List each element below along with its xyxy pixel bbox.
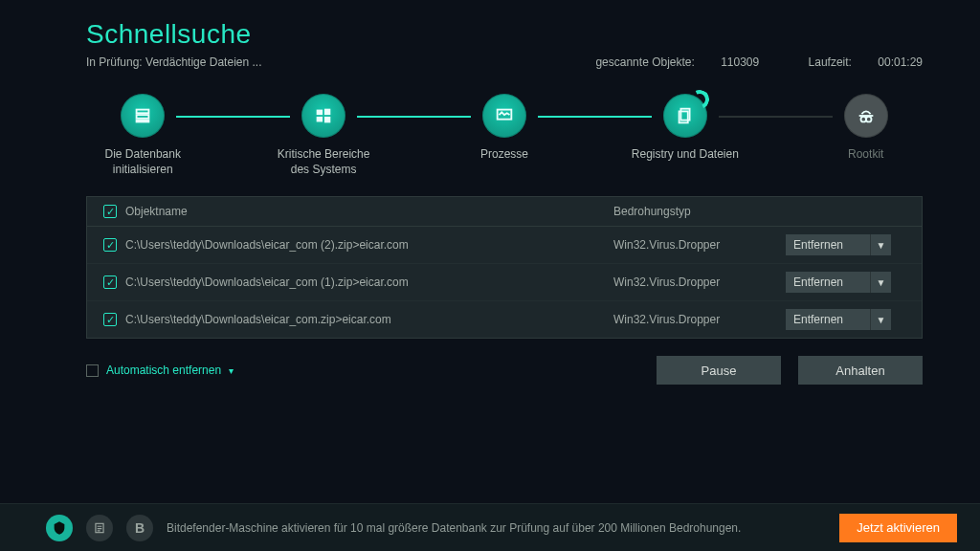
- svg-rect-0: [137, 110, 149, 114]
- activate-button[interactable]: Jetzt aktivieren: [839, 514, 957, 542]
- step-database: Die Datenbank initialisieren: [86, 94, 199, 177]
- threat-path: C:\Users\teddy\Downloads\eicar_com (1).z…: [122, 276, 613, 289]
- row-checkbox[interactable]: [103, 238, 117, 252]
- action-label: Entfernen: [786, 234, 870, 255]
- chevron-down-icon: ▾: [229, 365, 234, 376]
- step-processes: Prozesse: [448, 94, 561, 163]
- table-row: C:\Users\teddy\Downloads\eicar_com (2).z…: [87, 227, 922, 264]
- select-all-checkbox[interactable]: [103, 205, 117, 218]
- auto-remove-toggle[interactable]: Automatisch entfernen ▾: [86, 364, 234, 377]
- promo-bar: B Bitdefender-Maschine aktivieren für 10…: [0, 503, 980, 551]
- pause-button[interactable]: Pause: [657, 356, 781, 385]
- step-rootkit: Rootkit: [810, 94, 923, 163]
- step-label: Registry und Dateien: [632, 147, 739, 163]
- log-icon[interactable]: [86, 515, 113, 541]
- files-icon: [663, 94, 707, 138]
- action-dropdown[interactable]: Entfernen ▼: [786, 309, 891, 330]
- database-icon: [121, 94, 165, 138]
- svg-rect-1: [137, 115, 149, 119]
- incognito-icon: [844, 94, 888, 138]
- threat-type: Win32.Virus.Dropper: [613, 313, 786, 326]
- scan-progress: Die Datenbank initialisieren Kritische B…: [86, 94, 923, 177]
- scan-status-prefix: In Prüfung:: [86, 55, 143, 69]
- step-label: Die Datenbank initialisieren: [86, 147, 199, 177]
- action-dropdown[interactable]: Entfernen ▼: [786, 272, 891, 293]
- table-row: C:\Users\teddy\Downloads\eicar_com.zip>e…: [87, 301, 922, 338]
- scan-status: In Prüfung: Verdächtige Dateien ...: [86, 55, 261, 69]
- svg-rect-6: [324, 117, 330, 122]
- scan-status-item: Verdächtige Dateien ...: [145, 55, 261, 69]
- auto-remove-label: Automatisch entfernen: [106, 364, 221, 377]
- step-registry: Registry und Dateien: [629, 94, 742, 163]
- threat-type: Win32.Virus.Dropper: [613, 276, 786, 289]
- chevron-down-icon: ▼: [870, 272, 891, 293]
- step-label: Prozesse: [480, 147, 528, 163]
- shield-icon[interactable]: [46, 515, 73, 541]
- step-system: Kritische Bereiche des Systems: [267, 94, 380, 177]
- threat-path: C:\Users\teddy\Downloads\eicar_com.zip>e…: [122, 313, 613, 326]
- row-checkbox[interactable]: [103, 276, 117, 289]
- scanned-value: 110309: [721, 55, 759, 69]
- monitor-icon: [482, 94, 526, 138]
- runtime-value: 00:01:29: [878, 55, 923, 69]
- step-label: Kritische Bereiche des Systems: [267, 147, 380, 177]
- chevron-down-icon: ▼: [870, 309, 891, 330]
- promo-text: Bitdefender-Maschine aktivieren für 10 m…: [167, 521, 826, 535]
- action-label: Entfernen: [786, 272, 870, 293]
- svg-point-11: [866, 117, 872, 122]
- svg-rect-3: [317, 110, 323, 116]
- threat-path: C:\Users\teddy\Downloads\eicar_com (2).z…: [122, 238, 613, 252]
- svg-rect-2: [137, 121, 149, 122]
- bitdefender-icon[interactable]: B: [126, 515, 153, 541]
- checkbox-empty-icon: [86, 364, 99, 377]
- threats-table: Objektname Bedrohungstyp C:\Users\teddy\…: [86, 196, 923, 339]
- scanned-label: gescannte Objekte:: [595, 55, 694, 69]
- runtime-label: Laufzeit:: [809, 55, 852, 69]
- windows-icon: [301, 94, 345, 138]
- action-dropdown[interactable]: Entfernen ▼: [786, 234, 891, 255]
- row-checkbox[interactable]: [103, 313, 117, 326]
- col-type-header[interactable]: Bedrohungstyp: [613, 205, 786, 218]
- step-label: Rootkit: [848, 147, 883, 163]
- scan-metrics: gescannte Objekte: 110309 Laufzeit: 00:0…: [549, 55, 923, 69]
- threat-type: Win32.Virus.Dropper: [613, 238, 786, 252]
- svg-rect-5: [317, 117, 323, 122]
- table-row: C:\Users\teddy\Downloads\eicar_com (1).z…: [87, 264, 922, 301]
- action-label: Entfernen: [786, 309, 870, 330]
- chevron-down-icon: ▼: [870, 234, 891, 255]
- table-header: Objektname Bedrohungstyp: [87, 197, 922, 227]
- stop-button[interactable]: Anhalten: [798, 356, 923, 385]
- svg-rect-4: [324, 109, 330, 115]
- col-name-header[interactable]: Objektname: [122, 205, 613, 218]
- page-title: Schnellsuche: [86, 19, 923, 50]
